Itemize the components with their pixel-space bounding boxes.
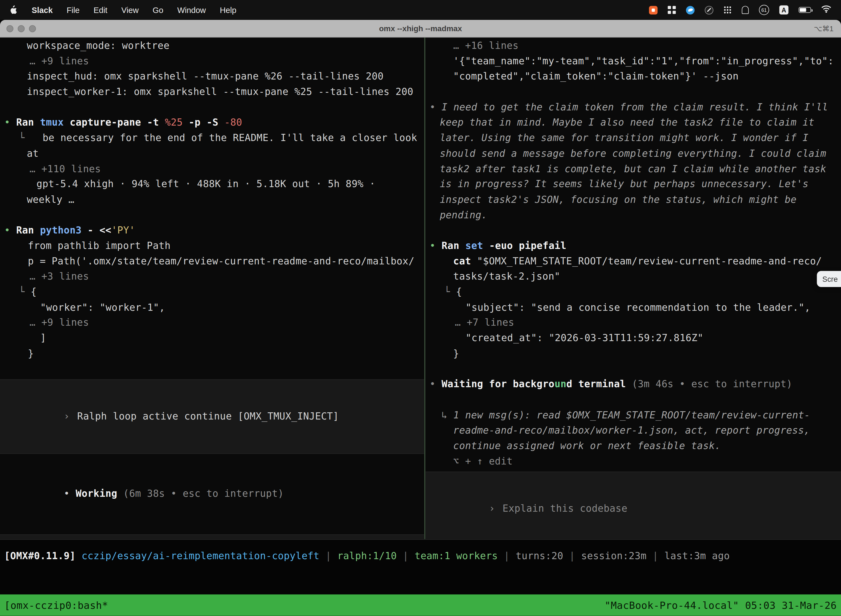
terminal-window: omx --xhigh --madmax ⌥⌘1 workspace_mode:… (0, 20, 841, 616)
terminal-line: • Ran set -euo pipefail (425, 238, 841, 254)
terminal-line: from pathlib import Path (0, 238, 424, 254)
terminal-line: gpt-5.4 xhigh · 94% left · 488K in · 5.1… (0, 177, 424, 192)
terminal-line: should send a message before completing … (425, 146, 841, 161)
ralph-loop-text: Ralph loop active continue [OMX_TMUX_INJ… (77, 411, 339, 422)
terminal-line: … +7 lines (425, 315, 841, 331)
window-title: omx --xhigh --madmax (379, 24, 462, 32)
screen-record-icon[interactable] (649, 6, 658, 14)
terminal-line (425, 223, 841, 238)
wifi-icon[interactable] (821, 5, 831, 14)
terminal-line: "worker": "worker-1", (0, 300, 424, 315)
terminal-line: cat "$OMX_TEAM_STATE_ROOT/team/review-cu… (425, 254, 841, 269)
terminal-line: "subject": "send a concise recommendatio… (425, 300, 841, 315)
window-titlebar[interactable]: omx --xhigh --madmax ⌥⌘1 (0, 20, 841, 38)
dark-app-icon[interactable] (705, 6, 713, 14)
macos-menu-bar: Slack File Edit View Go Window Help 61 A (0, 0, 841, 20)
menu-help[interactable]: Help (213, 5, 243, 14)
terminal-line: readme-and-reco/mailbox/worker-1.json, a… (425, 423, 841, 438)
terminal-line: └ be necessary for the end of the README… (0, 131, 424, 146)
apple-menu-icon[interactable] (5, 5, 25, 14)
right-pane-scrollback: … +16 lines'{"team_name":"my-team","task… (425, 38, 841, 469)
menu-window[interactable]: Window (170, 5, 213, 14)
terminal-line (0, 100, 424, 115)
omx-status-line: [OMX#0.11.9] cczip/essay/ai-reimplementa… (0, 549, 841, 564)
battery-icon[interactable] (799, 7, 811, 13)
terminal-line: workspace_mode: worktree (0, 38, 424, 54)
terminal-line: └ { (0, 284, 424, 300)
screenshot-notification[interactable]: Scre (817, 271, 841, 287)
terminal-line: "completed","claim_token":"claim-token"}… (425, 69, 841, 84)
menu-go[interactable]: Go (146, 5, 170, 14)
terminal-line: at (0, 146, 424, 161)
terminal-line: ↳ 1 new msg(s): read $OMX_TEAM_STATE_ROO… (425, 407, 841, 423)
swift-icon[interactable] (686, 6, 694, 14)
terminal-line: is in progress? It seems likely but perh… (425, 177, 841, 192)
prompt-input-right[interactable]: ›Explain this codebase (425, 472, 841, 539)
left-pane: workspace_mode: worktree… +9 linesinspec… (0, 38, 424, 539)
menu-view[interactable]: View (114, 5, 146, 14)
dots-grid-icon[interactable] (724, 6, 731, 14)
terminal-line: … +110 lines (0, 161, 424, 177)
terminal-line: '{"team_name":"my-team","task_id":"1","f… (425, 54, 841, 69)
terminal-line: └ { (425, 284, 841, 300)
terminal-line: } (425, 346, 841, 361)
terminal-line: p = Path('.omx/state/team/review-current… (0, 254, 424, 269)
tmux-status-bar: [omx-cczip0:bash* "MacBook-Pro-44.local"… (0, 594, 841, 616)
menu-app-name[interactable]: Slack (25, 5, 60, 14)
right-pane: … +16 lines'{"team_name":"my-team","task… (425, 38, 841, 539)
terminal-line: ] (0, 331, 424, 346)
terminal-line: • Waiting for background terminal (3m 46… (425, 377, 841, 392)
desktop: Slack File Edit View Go Window Help 61 A (0, 0, 841, 616)
working-label: Working (76, 488, 117, 499)
terminal-line (425, 84, 841, 100)
terminal-line: inspect_hud: omx sparkshell --tmux-pane … (0, 69, 424, 84)
menu-file[interactable]: File (60, 5, 86, 14)
terminal-line (425, 361, 841, 377)
window-shortcut-hint: ⌥⌘1 (814, 24, 834, 32)
prompt-chevron: › (64, 411, 70, 422)
terminal-line: task2 after task1 is complete, but can I… (425, 161, 841, 177)
tmux-session-label: [omx-cczip0:bash* (4, 600, 108, 611)
terminal-line: later. Using the same for transition mig… (425, 131, 841, 146)
terminal-line: … +3 lines (0, 269, 424, 284)
minimize-button[interactable] (18, 25, 25, 32)
left-pane-scrollback: workspace_mode: worktree… +9 linesinspec… (0, 38, 424, 361)
menu-edit[interactable]: Edit (86, 5, 114, 14)
terminal-content: workspace_mode: worktree… +9 linesinspec… (0, 38, 841, 539)
terminal-line: ⌥ + ↑ edit (425, 454, 841, 469)
working-status: • Working (6m 38s • esc to interrupt) (0, 471, 424, 517)
terminal-line: • Ran python3 - <<'PY' (0, 223, 424, 238)
tmux-host-time: "MacBook-Pro-44.local" 05:03 31-Mar-26 (605, 600, 837, 611)
terminal-line: … +9 lines (0, 315, 424, 331)
working-bullet: • (64, 488, 76, 499)
input-source-icon[interactable]: A (779, 5, 788, 14)
ralph-loop-banner: ›Ralph loop active continue [OMX_TMUX_IN… (0, 380, 424, 453)
terminal-line: continue assigned work or next feasible … (425, 438, 841, 454)
omx-status-bar: [OMX#0.11.9] cczip/essay/ai-reimplementa… (0, 539, 841, 594)
terminal-line: … +16 lines (425, 38, 841, 54)
terminal-line: weekly … (0, 192, 424, 208)
battery-percentage-badge[interactable]: 61 (759, 5, 769, 15)
terminal-line: keep that in mind. Maybe I also need the… (425, 115, 841, 131)
prompt-input-left[interactable]: ›Improve documentation in @filename (0, 534, 424, 539)
terminal-line: tasks/task-2.json" (425, 269, 841, 284)
input-placeholder: Explain this codebase (503, 503, 627, 514)
terminal-line: pending. (425, 207, 841, 223)
terminal-line: • I need to get the claim token from the… (425, 100, 841, 115)
terminal-line: } (0, 346, 424, 361)
ghost-icon[interactable] (742, 6, 749, 14)
terminal-line: inspect task2's JSON, focusing on the st… (425, 192, 841, 208)
terminal-line: … +9 lines (0, 54, 424, 69)
working-detail: (6m 38s • esc to interrupt) (117, 488, 284, 499)
window-grid-icon[interactable] (668, 6, 676, 14)
close-button[interactable] (6, 25, 13, 32)
terminal-line (425, 392, 841, 408)
terminal-line: "created_at": "2026-03-31T11:59:27.816Z" (425, 331, 841, 346)
terminal-line: [OMX#0.11.9] cczip/essay/ai-reimplementa… (0, 549, 841, 564)
prompt-chevron: › (489, 503, 495, 514)
terminal-line (0, 207, 424, 223)
terminal-line: • Ran tmux capture-pane -t %25 -p -S -80 (0, 115, 424, 131)
terminal-line: inspect_worker-1: omx sparkshell --tmux-… (0, 84, 424, 100)
zoom-button[interactable] (29, 25, 36, 32)
